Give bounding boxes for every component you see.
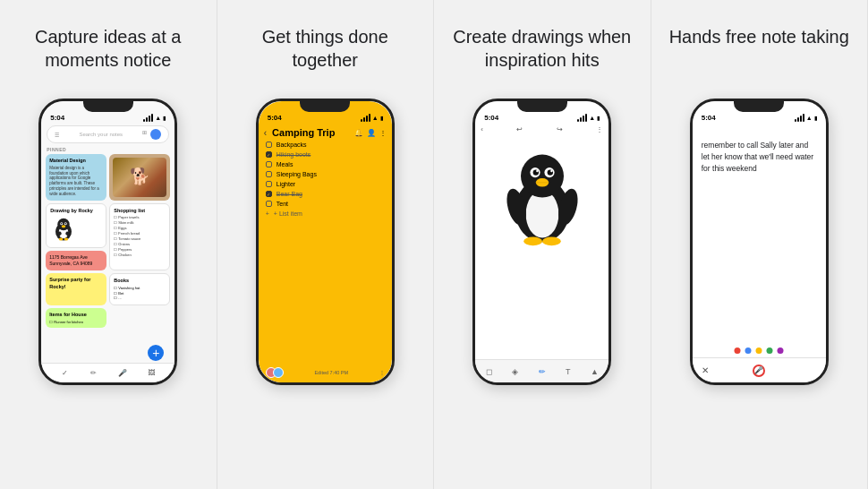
mini-penguin xyxy=(50,215,77,242)
dot-purple[interactable] xyxy=(778,347,784,354)
check-icon[interactable]: ✓ xyxy=(59,368,70,379)
note-address[interactable]: 1175 Borregas Ave Sunnyvale, CA 94089 xyxy=(46,251,106,270)
avatar-icon xyxy=(150,129,161,140)
add-item-button[interactable]: + + List item xyxy=(259,209,392,219)
signal-icon-2 xyxy=(361,114,370,122)
bell-icon[interactable]: 🔔 xyxy=(354,129,363,137)
note-party[interactable]: Surprise party for Rocky! xyxy=(46,273,106,305)
brush-icon[interactable]: ✏ xyxy=(89,368,99,379)
back-btn-drawing[interactable]: ‹ xyxy=(481,125,483,133)
marker-icon[interactable]: ▲ xyxy=(591,367,599,376)
battery-icon: ▮ xyxy=(163,115,166,121)
wifi-icon-3: ▲ xyxy=(589,115,595,121)
more-icon[interactable]: ⋮ xyxy=(379,129,387,137)
phone-screen-4: 5:04 ▲ ▮ remember to call Sally later an… xyxy=(693,101,826,382)
search-placeholder: Search your notes xyxy=(59,132,142,137)
list-item-sleeping[interactable]: Sleeping Bags xyxy=(259,169,392,179)
list-item-bearbag[interactable]: Bear Bag xyxy=(259,189,392,199)
dot-blue[interactable] xyxy=(745,347,752,354)
checkbox[interactable] xyxy=(266,161,272,167)
image-icon[interactable]: 🖼 xyxy=(146,368,157,379)
checkbox[interactable] xyxy=(266,201,272,207)
note-items[interactable]: Items for House ☐ Runner for kitchen xyxy=(46,308,106,328)
signal-icon-3 xyxy=(577,114,587,122)
status-icons-1: ▲ ▮ xyxy=(143,114,166,122)
color-dots xyxy=(735,347,784,354)
svg-point-20 xyxy=(550,170,552,172)
list-item-meals[interactable]: Meals xyxy=(259,159,392,169)
panel-caption-1: Capture ideas at a moments notice xyxy=(14,25,202,86)
footer-text: Edited 7:40 PM xyxy=(314,370,348,375)
panel-together: Get things done together 5:04 ▲ ▮ ‹ xyxy=(217,0,435,489)
list-item-lighter[interactable]: Lighter xyxy=(259,179,392,189)
svg-point-2 xyxy=(58,219,71,231)
redo-btn[interactable]: ↪ xyxy=(557,125,563,133)
back-button[interactable]: ‹ xyxy=(264,128,267,138)
more-btn-drawing[interactable]: ⋮ xyxy=(596,125,603,133)
panel-caption-3: Create drawings when inspiration hits xyxy=(448,25,636,86)
wifi-icon-2: ▲ xyxy=(372,115,379,121)
note-body: Material design is a foundation upon whi… xyxy=(49,166,103,197)
note-shopping[interactable]: Shopping list ☐ Paper towels☐ Skim milk☐… xyxy=(109,203,170,271)
header-actions: 🔔 👤 ⋮ xyxy=(354,129,387,137)
pinned-label: PINNED xyxy=(47,147,169,152)
svg-point-11 xyxy=(64,238,69,241)
note-drawing[interactable]: Drawing by Rocky xyxy=(46,203,106,249)
panel-drawing: Create drawings when inspiration hits 5:… xyxy=(434,0,651,489)
list-item-tent[interactable]: Tent xyxy=(259,199,392,209)
add-label: + List item xyxy=(274,210,302,217)
dot-green[interactable] xyxy=(767,347,773,354)
svg-point-6 xyxy=(65,223,67,225)
phone-4: 5:04 ▲ ▮ remember to call Sally later an… xyxy=(690,99,829,385)
signal-icon-4 xyxy=(795,114,804,122)
drawing-toolbar-top: ‹ ↩ ↪ ⋮ xyxy=(475,124,608,135)
checkbox[interactable] xyxy=(266,181,272,187)
phone-notch-4 xyxy=(734,101,784,112)
pen-icon[interactable]: ✏ xyxy=(539,367,546,376)
checkbox[interactable] xyxy=(266,171,272,177)
select-icon[interactable]: ◻ xyxy=(486,367,492,376)
phone-screen-3: 5:04 ▲ ▮ ‹ ↩ ↪ ⋮ xyxy=(475,101,608,382)
list-item-hiking[interactable]: Hiking boots xyxy=(259,150,392,159)
bottom-nav-bar: ✓ ✏ 🎤 🖼 xyxy=(41,363,174,382)
fab-add-button[interactable]: + xyxy=(148,345,164,361)
voice-bottom-bar: ✕ 🎤 xyxy=(693,357,826,382)
time-4: 5:04 xyxy=(702,114,716,122)
note-title: Material Design xyxy=(49,158,103,165)
text-icon[interactable]: T xyxy=(566,367,571,376)
checkbox-checked[interactable] xyxy=(266,151,272,158)
panel-caption-4: Hands free note taking xyxy=(669,25,849,86)
phone-1: 5:04 ▲ ▮ ☰ Search your notes ⊞ xyxy=(38,99,177,385)
note-books[interactable]: Books ☐ Vanishing hat☐ Bet☐ ... xyxy=(109,273,170,305)
phone-screen-2: 5:04 ▲ ▮ ‹ Camping Trip 🔔 👤 xyxy=(259,101,392,382)
battery-icon-3: ▮ xyxy=(597,115,600,121)
signal-icon xyxy=(143,114,153,122)
status-icons-3: ▲ ▮ xyxy=(577,114,600,122)
checkbox[interactable] xyxy=(266,142,272,148)
time-2: 5:04 xyxy=(268,114,282,122)
svg-point-7 xyxy=(62,226,66,228)
status-icons-2: ▲ ▮ xyxy=(361,114,383,122)
battery-icon-4: ▮ xyxy=(814,115,817,121)
checklist-footer: Edited 7:40 PM ⋮ xyxy=(259,363,392,382)
note-photo[interactable]: 🐕 xyxy=(109,154,170,201)
search-bar[interactable]: ☰ Search your notes ⊞ xyxy=(47,125,169,143)
eraser-icon[interactable]: ◈ xyxy=(512,367,518,376)
wifi-icon: ▲ xyxy=(155,115,161,121)
search-action-icons: ⊞ xyxy=(142,129,161,140)
dot-yellow[interactable] xyxy=(756,347,762,354)
note-material-design[interactable]: Material Design Material design is a fou… xyxy=(46,154,106,201)
collab-icon[interactable]: 👤 xyxy=(367,129,376,137)
more-footer-icon[interactable]: ⋮ xyxy=(379,370,385,375)
svg-point-19 xyxy=(536,170,538,172)
mic-record-button[interactable]: 🎤 xyxy=(753,365,765,377)
checkbox-checked[interactable] xyxy=(266,191,272,197)
close-btn[interactable]: ✕ xyxy=(702,365,709,375)
list-item-backpacks[interactable]: Backpacks xyxy=(259,140,392,150)
mic-bottom-icon[interactable]: 🎤 xyxy=(117,368,128,379)
dot-red[interactable] xyxy=(735,347,741,354)
grid-icon: ⊞ xyxy=(142,129,147,140)
panel-voice: Hands free note taking 5:04 ▲ ▮ remember… xyxy=(651,0,869,489)
undo-btn[interactable]: ↩ xyxy=(516,125,523,133)
drawing-canvas[interactable] xyxy=(479,139,605,246)
